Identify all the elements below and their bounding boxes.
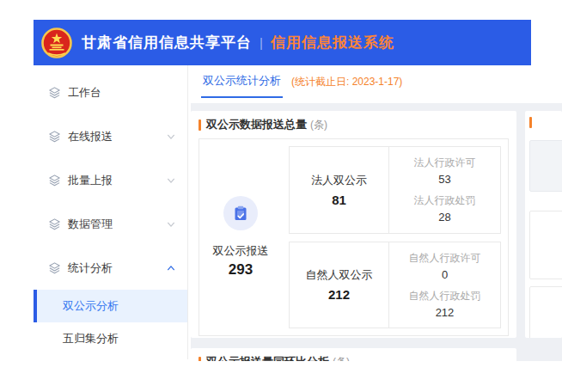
sidebar-item-batch-upload[interactable]: 批量上报 [34,158,187,202]
section-unit: (条) [333,355,350,362]
section-header: 双公示报送量同环比分析 (条) [199,354,509,361]
section-marker-bar [199,119,201,131]
stat-admin-license: 自然人行政许可 0 [409,251,481,281]
section-title: 双公示数据报送总量 [206,117,307,132]
sidebar-subitem-double-publicity-analysis[interactable]: 双公示分析 [34,290,187,322]
main-content: 双公示统计分析 (统计截止日: 2023-1-17) 双公示数据报送总量 (条) [191,65,562,361]
section-marker-bar [529,117,532,128]
sidebar-item-workbench[interactable]: 工作台 [34,70,187,114]
stat-value: 28 [414,211,476,224]
layers-icon [48,261,61,274]
content-region: 双公示数据报送总量 (条) [191,103,562,361]
total-value: 293 [229,261,253,279]
layers-icon [48,86,61,99]
group-name-cell: 自然人双公示 212 [290,242,389,328]
legal-person-group: 法人双公示 81 法人行政许可 53 法人行政处罚 [289,146,501,234]
group-value: 81 [332,193,346,207]
group-name-cell: 法人双公示 81 [290,147,389,233]
sidebar-item-online-report[interactable]: 在线报送 [34,114,187,158]
group-name: 法人双公示 [311,173,367,188]
total-cell: 双公示报送 293 [199,139,282,335]
stat-admin-license: 法人行政许可 53 [414,156,476,186]
sidebar-subitem-five-aggregation-analysis[interactable]: 五归集分析 [34,322,187,355]
tab-double-publicity-statistics[interactable]: 双公示统计分析 [201,73,283,98]
group-name: 自然人双公示 [306,267,373,283]
title-divider: | [260,35,263,50]
stat-value: 212 [409,306,481,319]
report-total-box: 双公示报送 293 法人双公示 81 [199,138,509,336]
stat-label: 自然人行政许可 [409,251,481,266]
sidebar-subitem-label: 五归集分析 [63,331,119,346]
chevron-down-icon [167,220,175,229]
sidebar-nav: 工作台 在线报送 批量上报 数据管理 统计分析 双公示分析 五归集分析 [34,65,188,359]
stat-value: 53 [414,173,476,186]
system-subtitle: 信用信息报送系统 [271,33,394,52]
section-unit: (条) [310,118,327,132]
side-panel-box [529,286,562,338]
section-marker-bar [199,357,201,362]
tab-bar: 双公示统计分析 (统计截止日: 2023-1-17) [191,65,562,103]
group-value: 212 [328,287,350,302]
national-emblem-logo [41,28,72,58]
chevron-down-icon [167,176,175,185]
section-title: 双公示报送量同环比分析 [206,354,329,361]
stat-label: 法人行政处罚 [414,193,476,208]
sidebar-item-statistics[interactable]: 统计分析 [34,246,187,290]
statistics-cutoff-date: (统计截止日: 2023-1-17) [291,75,402,89]
trend-analysis-panel: 双公示报送量同环比分析 (条) [191,348,516,361]
group-stats: 自然人行政许可 0 自然人行政处罚 212 [389,242,500,328]
sidebar-subitem-label: 双公示分析 [63,298,119,314]
stat-label: 自然人行政处罚 [409,289,481,303]
sidebar-item-data-management[interactable]: 数据管理 [34,202,187,246]
stat-admin-penalty: 法人行政处罚 28 [414,193,476,224]
total-label: 双公示报送 [213,243,269,259]
sidebar-item-label: 统计分析 [68,260,113,276]
app-window: 甘肃省信用信息共享平台 | 信用信息报送系统 工作台 在线报送 批量上报 数据管… [0,0,562,392]
total-report-panel: 双公示数据报送总量 (条) [191,111,516,338]
group-list: 法人双公示 81 法人行政许可 53 法人行政处罚 [282,139,508,335]
side-panel-clipped [525,111,562,338]
sidebar-item-label: 在线报送 [68,129,113,144]
layers-icon [48,130,61,143]
sidebar-item-label: 数据管理 [68,217,113,232]
side-panel-box [529,140,562,192]
app-header: 甘肃省信用信息共享平台 | 信用信息报送系统 [34,20,531,65]
natural-person-group: 自然人双公示 212 自然人行政许可 0 自然人行政处罚 [289,242,501,329]
icon-circle [223,196,258,230]
clipboard-check-icon [232,205,249,222]
stat-value: 0 [409,268,481,281]
sidebar-item-label: 批量上报 [68,173,113,188]
sidebar-item-label: 工作台 [68,85,101,101]
side-panel-box [529,211,562,279]
group-stats: 法人行政许可 53 法人行政处罚 28 [389,147,500,233]
chevron-up-icon [167,264,175,273]
platform-title: 甘肃省信用信息共享平台 [82,33,252,52]
section-header: 双公示数据报送总量 (条) [199,117,509,132]
stat-admin-penalty: 自然人行政处罚 212 [409,289,481,319]
stat-label: 法人行政许可 [414,156,476,170]
layers-icon [48,174,61,187]
layers-icon [48,217,61,230]
chevron-down-icon [167,132,175,141]
